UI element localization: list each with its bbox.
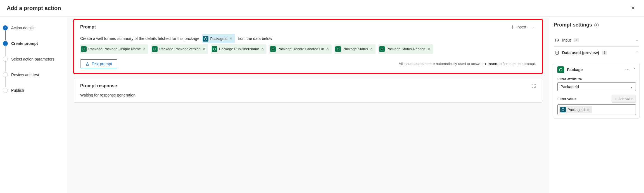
- table-icon: [335, 46, 341, 52]
- response-card-title: Prompt response: [80, 83, 117, 88]
- step-select-params[interactable]: Select action parameters: [3, 55, 64, 63]
- database-icon: [555, 50, 559, 55]
- table-icon: [557, 66, 564, 73]
- remove-chip-icon[interactable]: ✕: [326, 46, 329, 52]
- input-icon: [560, 107, 566, 112]
- chevron-up-icon: ⌃: [636, 51, 638, 55]
- table-icon: [270, 46, 276, 52]
- plus-icon: [510, 25, 515, 29]
- remove-chip-icon[interactable]: ✕: [586, 108, 590, 112]
- filter-value-label: Filter value: [557, 97, 577, 101]
- filter-attribute-select[interactable]: PackageId ⌄: [557, 82, 636, 91]
- insert-button[interactable]: Insert: [510, 25, 526, 29]
- prompt-hint: All inputs and data are automatically us…: [399, 62, 536, 66]
- stepper: ✓ Action details Create prompt Select ac…: [0, 16, 67, 193]
- data-table-card: Package ··· ⌃ Filter attribute PackageId…: [554, 63, 640, 119]
- input-chip-packageid[interactable]: PackageId ✕: [202, 34, 235, 43]
- svg-point-1: [154, 48, 156, 50]
- filter-value-chip[interactable]: PackageId ✕: [559, 106, 592, 113]
- data-chip[interactable]: Package.Package Unique Name✕: [80, 44, 148, 54]
- main-column: Prompt Insert ··· Create a well formed s…: [67, 16, 549, 193]
- more-icon[interactable]: ···: [531, 25, 536, 30]
- filter-value-input[interactable]: PackageId ✕: [557, 104, 636, 115]
- table-icon: [212, 46, 217, 52]
- remove-chip-icon[interactable]: ✕: [229, 35, 233, 42]
- filter-attribute-label: Filter attribute: [557, 77, 636, 81]
- data-chip[interactable]: Package.Record Created On✕: [269, 44, 332, 54]
- chevron-down-icon: ⌄: [636, 38, 638, 42]
- data-table-name: Package: [567, 67, 583, 72]
- chevron-up-icon[interactable]: ⌃: [633, 68, 636, 72]
- svg-point-6: [556, 51, 559, 52]
- data-chip[interactable]: Package.PackageVersion✕: [151, 44, 208, 54]
- prompt-card: Prompt Insert ··· Create a well formed s…: [74, 19, 542, 74]
- table-icon: [81, 46, 87, 52]
- prompt-chips-row: Package.Package Unique Name✕ Package.Pac…: [80, 44, 536, 54]
- prompt-card-title: Prompt: [80, 25, 96, 30]
- test-prompt-button[interactable]: Test prompt: [80, 59, 117, 68]
- svg-point-4: [337, 48, 339, 50]
- info-icon[interactable]: i: [594, 23, 599, 27]
- close-icon[interactable]: ✕: [629, 4, 637, 12]
- input-accordion[interactable]: Input 1 ⌄: [554, 34, 640, 47]
- header: Add a prompt action ✕: [0, 0, 644, 16]
- table-icon: [379, 46, 385, 52]
- add-value-button[interactable]: ＋ Add value: [612, 95, 636, 103]
- expand-icon[interactable]: [531, 84, 536, 88]
- chevron-down-icon: ⌄: [630, 85, 633, 89]
- more-icon[interactable]: ···: [625, 67, 630, 72]
- input-icon: [555, 38, 559, 42]
- step-review-test[interactable]: Review and test: [3, 71, 64, 79]
- prompt-editor[interactable]: Create a well formed summary of the deta…: [80, 34, 536, 43]
- data-chip[interactable]: Package.Status Reason✕: [378, 44, 433, 54]
- table-icon: [152, 46, 158, 52]
- step-dot-icon: [3, 88, 8, 93]
- svg-point-5: [381, 48, 383, 50]
- data-chip[interactable]: Package.Status✕: [334, 44, 376, 54]
- input-icon: [203, 36, 208, 42]
- response-card: Prompt response Waiting for response gen…: [74, 78, 542, 103]
- step-create-prompt[interactable]: Create prompt: [3, 39, 64, 48]
- remove-chip-icon[interactable]: ✕: [261, 46, 264, 52]
- data-count-badge: 1: [602, 51, 607, 55]
- input-count-badge: 1: [574, 38, 579, 42]
- svg-point-7: [559, 68, 562, 71]
- response-body: Waiting for response generation.: [80, 93, 536, 97]
- svg-point-2: [213, 48, 216, 50]
- step-action-details[interactable]: ✓ Action details: [3, 24, 64, 32]
- right-panel: Prompt settings i Input 1 ⌄ Data used (p…: [549, 16, 644, 193]
- remove-chip-icon[interactable]: ✕: [427, 46, 431, 52]
- beaker-icon: [85, 62, 89, 66]
- remove-chip-icon[interactable]: ✕: [202, 46, 206, 52]
- data-used-accordion[interactable]: Data used (preview) 1 ⌃: [554, 47, 640, 59]
- svg-point-0: [83, 48, 85, 50]
- svg-point-3: [272, 48, 274, 50]
- remove-chip-icon[interactable]: ✕: [370, 46, 373, 52]
- right-panel-title: Prompt settings i: [554, 22, 640, 28]
- remove-chip-icon[interactable]: ✕: [142, 46, 146, 52]
- step-publish[interactable]: Publish: [3, 86, 64, 95]
- page-title: Add a prompt action: [7, 5, 61, 11]
- plus-icon: ＋: [614, 96, 617, 101]
- data-chip[interactable]: Package.PublisherName✕: [211, 44, 267, 54]
